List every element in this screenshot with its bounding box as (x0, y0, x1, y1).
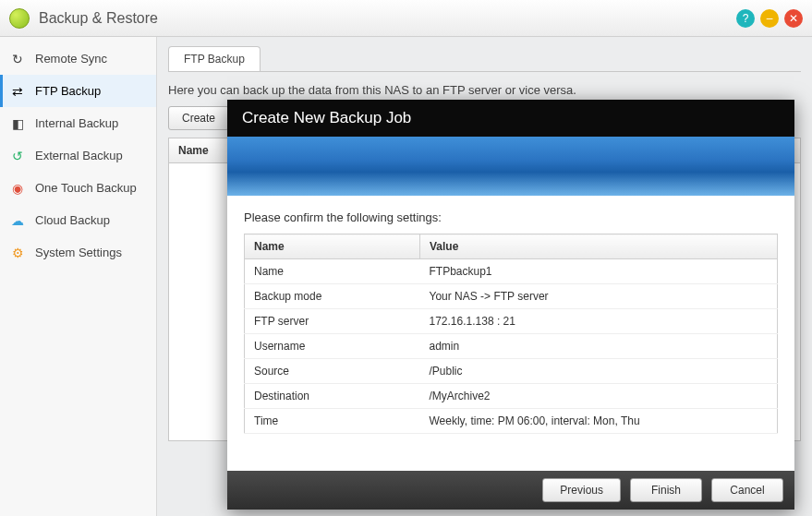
create-backup-dialog: Create New Backup Job Please confirm the… (227, 100, 794, 510)
col-value: Value (420, 234, 778, 259)
row-value: FTPbackup1 (420, 259, 778, 284)
row-key: FTP server (245, 309, 420, 334)
settings-table: Name Value NameFTPbackup1 Backup modeYou… (244, 234, 778, 434)
row-value: 172.16.1.138 : 21 (420, 309, 778, 334)
table-row: Usernameadmin (245, 334, 778, 359)
dialog-body: Please confirm the following settings: N… (227, 196, 794, 434)
table-row: Source/Public (245, 359, 778, 384)
row-key: Name (245, 259, 420, 284)
table-row: TimeWeekly, time: PM 06:00, interval: Mo… (245, 409, 778, 434)
row-key: Destination (245, 384, 420, 409)
row-key: Backup mode (245, 284, 420, 309)
row-value: Weekly, time: PM 06:00, interval: Mon, T… (420, 409, 778, 434)
cancel-button[interactable]: Cancel (711, 478, 783, 502)
row-key: Time (245, 409, 420, 434)
row-value: /Public (420, 359, 778, 384)
col-name: Name (245, 234, 420, 259)
table-row: FTP server172.16.1.138 : 21 (245, 309, 778, 334)
row-value: admin (420, 334, 778, 359)
table-row: Destination/MyArchive2 (245, 384, 778, 409)
table-row: Backup modeYour NAS -> FTP server (245, 284, 778, 309)
row-value: Your NAS -> FTP server (420, 284, 778, 309)
row-key: Username (245, 334, 420, 359)
dialog-prompt: Please confirm the following settings: (244, 210, 778, 224)
row-key: Source (245, 359, 420, 384)
finish-button[interactable]: Finish (630, 478, 702, 502)
dialog-footer: Previous Finish Cancel (227, 471, 794, 510)
table-row: NameFTPbackup1 (245, 259, 778, 284)
previous-button[interactable]: Previous (542, 478, 621, 502)
dialog-banner (227, 137, 794, 196)
row-value: /MyArchive2 (420, 384, 778, 409)
dialog-title: Create New Backup Job (227, 100, 794, 137)
